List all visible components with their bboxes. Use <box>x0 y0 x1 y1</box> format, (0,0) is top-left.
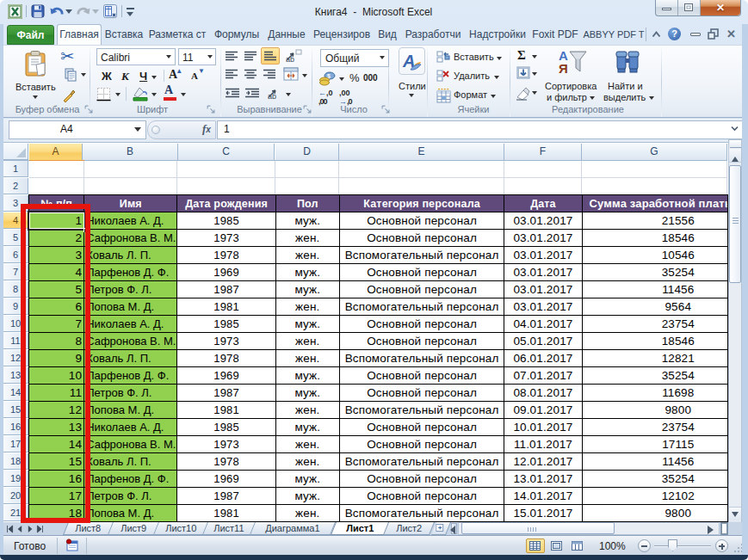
svg-text:ab: ab <box>268 92 276 101</box>
svg-text:ab: ab <box>286 55 294 64</box>
svg-text:Я: Я <box>559 61 568 76</box>
